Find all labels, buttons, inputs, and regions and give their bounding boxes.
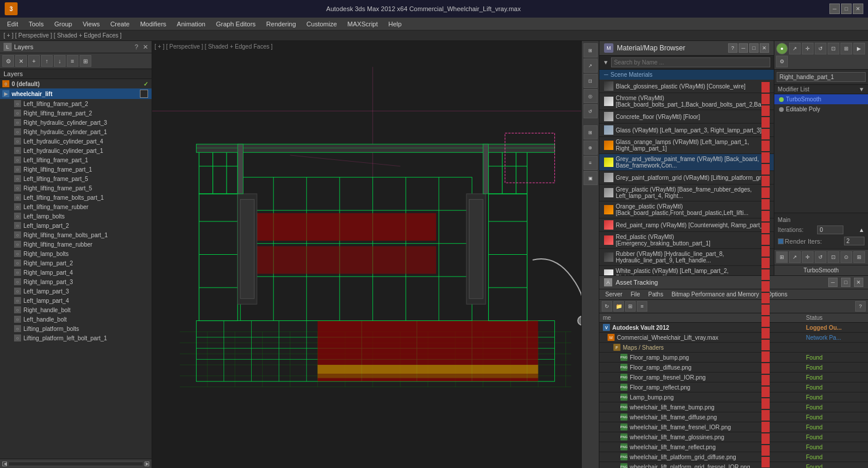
material-item[interactable]: Concrete_floor (VRayMtl) [Floor] — [599, 110, 774, 124]
layer-item[interactable]: ○ Right_lamp_bolts — [0, 249, 152, 258]
vp-tool-btn-9[interactable]: ▣ — [584, 171, 598, 185]
layer-tool-settings[interactable]: ⚙ — [2, 55, 14, 67]
at-png-row[interactable]: PNG wheelchair_lift_frame_diffuse.png Fo… — [599, 412, 868, 422]
layer-item[interactable]: ○ Right_lamp_part_2 — [0, 258, 152, 268]
material-search-input[interactable] — [611, 57, 770, 67]
layer-item[interactable]: ○ Left_lifting_frame_part_1 — [0, 155, 152, 165]
layer-item[interactable]: ○ Right_lifting_frame_part_5 — [0, 183, 152, 193]
layer-item[interactable]: ○ Left_lamp_part_3 — [0, 286, 152, 296]
at-tool-3[interactable]: ⊞ — [625, 301, 636, 312]
vp-tool-btn-3[interactable]: ⊡ — [584, 74, 598, 88]
at-png-row[interactable]: PNG wheelchair_lift_frame_fresnel_IOR.pn… — [599, 422, 868, 432]
mat-browser-help[interactable]: ? — [728, 43, 737, 53]
at-close[interactable]: ✕ — [854, 278, 863, 287]
material-item[interactable]: Rubber (VRayMtl) [Hydraulic_line_part_8,… — [599, 249, 774, 266]
layer-item[interactable]: ○ Left_hydraulic_cylinder_part_1 — [0, 146, 152, 155]
at-maxfile-row[interactable]: M Commercial_Wheelchair_Lift_vray.max Ne… — [599, 333, 868, 343]
vp-tool-btn-1[interactable]: ⊞ — [584, 43, 598, 57]
layer-item[interactable]: ○ Right_lifting_frame_part_2 — [0, 108, 152, 118]
transform-btn-5[interactable]: ⊡ — [828, 251, 839, 263]
mat-browser-close[interactable]: ✕ — [760, 43, 769, 53]
menu-edit[interactable]: Edit — [2, 19, 23, 29]
vp-tool-btn-4[interactable]: ◎ — [584, 89, 598, 103]
menu-modifiers[interactable]: Modifiers — [135, 19, 171, 29]
at-menu-paths[interactable]: Paths — [645, 291, 667, 298]
minimize-button[interactable]: ─ — [829, 4, 840, 14]
transform-btn-2[interactable]: ↗ — [789, 251, 801, 263]
layer-item[interactable]: ○ Left_lamp_part_4 — [0, 296, 152, 305]
layers-list[interactable]: 0 0 (default) ✓ ▶ wheelchair_lift ○ Left… — [0, 79, 152, 459]
at-minimize[interactable]: ─ — [828, 278, 838, 287]
layer-item[interactable]: ○ Right_hydraulic_cylinder_part_1 — [0, 127, 152, 136]
vp-tool-btn-7[interactable]: ⊕ — [584, 141, 598, 155]
vp-tool-btn-8[interactable]: ≡ — [584, 156, 598, 170]
editable-poly-modifier[interactable]: Editable Poly — [774, 104, 868, 114]
at-png-row[interactable]: PNG wheelchair_lift_frame_bump.png Found — [599, 402, 868, 412]
transform-btn-7[interactable]: ⊞ — [853, 251, 865, 263]
menu-rendering[interactable]: Rendering — [262, 19, 301, 29]
layer-item[interactable]: ○ Left_lifting_frame_part_5 — [0, 174, 152, 183]
iterations-input[interactable] — [817, 226, 843, 234]
modifier-list[interactable]: TurboSmooth Editable Poly — [774, 94, 868, 213]
transform-btn-3[interactable]: ✛ — [802, 251, 814, 263]
layer-item[interactable]: ○ Lifting_platform_left_bolt_part_1 — [0, 333, 152, 343]
menu-group[interactable]: Group — [50, 19, 77, 29]
at-tool-refresh[interactable]: ↻ — [602, 301, 612, 312]
vp-tool-btn-2[interactable]: ↗ — [584, 59, 598, 73]
menu-animation[interactable]: Animation — [172, 19, 210, 29]
material-item[interactable]: Glass_orange_lamps (VRayMtl) [Left_lamp_… — [599, 137, 774, 154]
layer-item[interactable]: ○ Left_lifting_frame_part_2 — [0, 99, 152, 108]
mod-btn-sphere[interactable]: ● — [776, 43, 788, 54]
material-item[interactable]: Glass (VRayMtl) [Left_lamp_part_3, Right… — [599, 124, 774, 137]
layer-item[interactable]: ○ Left_hydraulic_cylinder_part_4 — [0, 136, 152, 146]
material-item[interactable]: Chrome (VRayMtl) [Back_board_bolts_part_… — [599, 93, 774, 110]
at-png-row[interactable]: PNG Floor_ramp_fresnel_IOR.png Found — [599, 373, 868, 382]
layer-tool-delete[interactable]: ✕ — [15, 55, 27, 67]
at-menu-file[interactable]: File — [627, 291, 643, 298]
layer-tool-sort[interactable]: ≡ — [67, 55, 78, 67]
at-png-row[interactable]: PNG wheelchair_lift_platform_grid_fresne… — [599, 462, 868, 468]
transform-btn-4[interactable]: ↺ — [815, 251, 826, 263]
render-iters-input[interactable] — [844, 237, 864, 245]
at-png-row[interactable]: PNG wheelchair_lift_platform_grid_diffus… — [599, 452, 868, 462]
mod-btn-utility[interactable]: ⚙ — [776, 56, 788, 67]
layer-item[interactable]: ○ Right_lifting_frame_bolts_part_1 — [0, 230, 152, 240]
layers-panel-close[interactable]: ✕ — [143, 43, 148, 51]
layer-tool-move-down[interactable]: ↓ — [54, 55, 66, 67]
render-iters-checkbox[interactable] — [778, 238, 784, 244]
layer-item[interactable]: ○ Right_lamp_part_4 — [0, 268, 152, 277]
materials-list[interactable]: Black_glossines_plastic (VRayMtl) [Conso… — [599, 80, 774, 275]
layer-item-wheelchair-lift[interactable]: ▶ wheelchair_lift — [0, 88, 152, 99]
material-item[interactable]: White_plastic (VRayMtl) [Left_lamp_part_… — [599, 266, 774, 275]
mod-btn-move[interactable]: ✛ — [802, 43, 814, 54]
material-item[interactable]: Grey_plastic (VRayMtl) [Base_frame_rubbe… — [599, 185, 774, 201]
mat-browser-maximize[interactable]: □ — [749, 43, 759, 53]
material-item[interactable]: Black_glossines_plastic (VRayMtl) [Conso… — [599, 80, 774, 93]
menu-graph-editors[interactable]: Graph Editors — [211, 19, 260, 29]
layer-item[interactable]: ○ Right_hydraulic_cylinder_part_3 — [0, 118, 152, 127]
mod-btn-scale[interactable]: ⊡ — [828, 43, 839, 54]
layer-tool-add[interactable]: + — [28, 55, 40, 67]
at-tool-4[interactable]: ≡ — [637, 301, 647, 312]
iterations-spinner-up[interactable]: ▲ — [859, 227, 864, 233]
mat-browser-minimize[interactable]: ─ — [739, 43, 748, 53]
material-item[interactable]: Orange_plastic (VRayMtl) [Back_board_pla… — [599, 201, 774, 218]
vp-tool-btn-6[interactable]: ⊞ — [584, 125, 598, 139]
vp-tool-btn-5[interactable]: ↺ — [584, 104, 598, 118]
menu-help[interactable]: Help — [384, 19, 407, 29]
at-maps-folder[interactable]: F Maps / Shaders — [599, 343, 868, 353]
at-vault-row[interactable]: V Autodesk Vault 2012 Logged Ou... — [599, 323, 868, 333]
maximize-button[interactable]: □ — [841, 4, 852, 14]
layer-wc-checkbox[interactable] — [140, 90, 148, 98]
menu-create[interactable]: Create — [105, 19, 134, 29]
layer-item-0-default[interactable]: 0 0 (default) ✓ — [0, 79, 152, 88]
at-menu-options[interactable]: Options — [764, 291, 791, 298]
material-item-selected[interactable]: Grey_and_yellow_paint_frame (VRayMtl) [B… — [599, 154, 774, 171]
layer-item[interactable]: ○ Right_lifting_frame_part_1 — [0, 165, 152, 174]
at-png-row[interactable]: PNG wheelchair_lift_frame_reflect.png Fo… — [599, 442, 868, 452]
layer-tool-move-up[interactable]: ↑ — [41, 55, 53, 67]
asset-tree[interactable]: V Autodesk Vault 2012 Logged Ou... M Com… — [599, 323, 868, 468]
layer-item[interactable]: ○ Left_lifting_frame_rubber — [0, 202, 152, 211]
material-item[interactable]: Grey_paint_platform_grid (VRayMtl) [Lift… — [599, 171, 774, 185]
layers-panel-question[interactable]: ? — [135, 43, 138, 50]
